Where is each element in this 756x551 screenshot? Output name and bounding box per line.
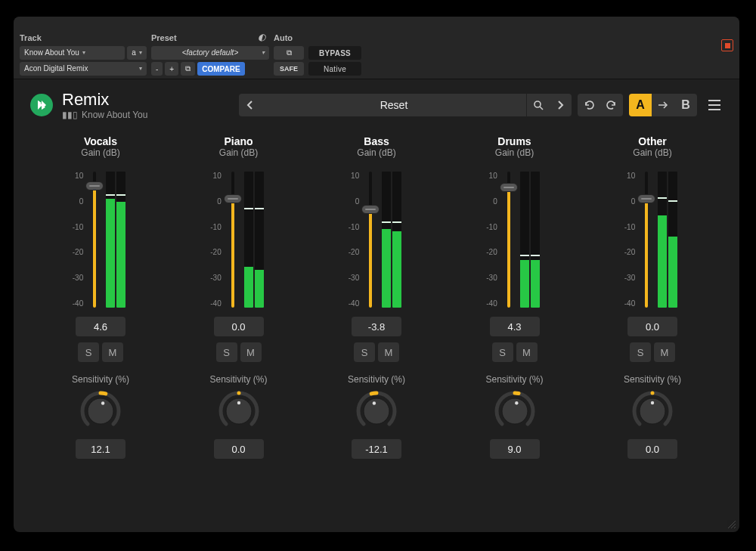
sensitivity-knob[interactable] xyxy=(79,389,122,433)
gain-value-input[interactable]: 4.6 xyxy=(76,317,125,336)
gain-value-input[interactable]: 0.0 xyxy=(627,317,677,336)
mute-button[interactable]: M xyxy=(378,342,399,362)
ab-compare-group: A B xyxy=(629,94,697,116)
sensitivity-knob[interactable] xyxy=(631,389,674,433)
resize-handle-icon[interactable] xyxy=(726,518,736,529)
level-meter xyxy=(382,172,404,308)
compare-button[interactable]: COMPARE xyxy=(197,62,244,76)
bypass-button[interactable]: BYPASS xyxy=(308,46,361,60)
channel-name: Piano xyxy=(224,135,253,147)
redo-icon[interactable] xyxy=(600,94,623,116)
sensitivity-value-input[interactable]: 9.0 xyxy=(490,439,540,459)
gain-fader[interactable] xyxy=(640,172,653,308)
channel-name: Vocals xyxy=(84,135,117,147)
channel-strip: Drums Gain (dB) 100-10-20-30-40 4.3 S M xyxy=(451,135,579,459)
sensitivity-knob[interactable] xyxy=(493,389,537,433)
host-toolbar: Track Know About You▾ a▾ Acon Digital Re… xyxy=(14,17,739,79)
channel-strips: Vocals Gain (dB) 100-10-20-30-40 4.6 S M xyxy=(14,129,739,465)
solo-button[interactable]: S xyxy=(630,342,651,362)
gain-value-input[interactable]: -3.8 xyxy=(352,317,401,336)
sensitivity-label: Sensitivity (%) xyxy=(209,374,267,385)
svg-line-1 xyxy=(540,107,543,110)
preset-prev-button[interactable]: - xyxy=(151,62,163,76)
sensitivity-knob[interactable] xyxy=(217,389,261,433)
gain-fader[interactable] xyxy=(88,172,101,308)
level-meter xyxy=(520,172,543,308)
safe-button[interactable]: SAFE xyxy=(274,62,304,76)
undo-icon[interactable] xyxy=(578,94,600,116)
host-preset-dropdown[interactable]: <factory default> ▾ ◐ xyxy=(151,46,269,60)
solo-button[interactable]: S xyxy=(492,342,513,362)
gain-label: Gain (dB) xyxy=(633,147,671,158)
mute-button[interactable]: M xyxy=(240,342,262,362)
gain-value-input[interactable]: 4.3 xyxy=(490,317,540,336)
plugin-title: Remix xyxy=(62,90,147,110)
sensitivity-knob[interactable] xyxy=(355,389,398,433)
sensitivity-label: Sensitivity (%) xyxy=(485,374,543,385)
plugin-header: Remix ▮▮▯ Know About You Reset xyxy=(14,79,739,129)
gain-value-input[interactable]: 0.0 xyxy=(214,317,264,336)
track-dropdown[interactable]: Know About You▾ xyxy=(20,46,125,60)
svg-point-10 xyxy=(515,401,518,404)
level-meter xyxy=(106,172,129,308)
plugin-select-dropdown[interactable]: Acon Digital Remix▾ xyxy=(20,62,147,76)
plugin-subtitle: Know About You xyxy=(82,110,147,120)
channel-strip: Piano Gain (dB) 100-10-20-30-40 0.0 S M xyxy=(175,135,303,459)
channel-strip: Vocals Gain (dB) 100-10-20-30-40 4.6 S M xyxy=(36,135,165,459)
svg-point-6 xyxy=(237,401,240,404)
scale-ticks: 100-10-20-30-40 xyxy=(210,172,221,308)
sensitivity-value-input[interactable]: -12.1 xyxy=(352,439,401,459)
svg-point-7 xyxy=(364,398,389,424)
svg-line-15 xyxy=(734,527,736,528)
preset-heading: Preset xyxy=(151,33,269,42)
menu-icon[interactable] xyxy=(703,94,726,116)
gain-label: Gain (dB) xyxy=(495,147,534,158)
mute-button[interactable]: M xyxy=(102,342,123,362)
gain-label: Gain (dB) xyxy=(81,147,119,158)
play-icon[interactable] xyxy=(30,94,53,116)
ab-slot-dropdown[interactable]: a▾ xyxy=(127,46,147,60)
track-name: Know About You xyxy=(24,49,79,57)
ab-copy-icon[interactable] xyxy=(652,94,674,116)
preset-copy-icon[interactable]: ⧉ xyxy=(181,62,195,76)
sensitivity-label: Sensitivity (%) xyxy=(348,374,405,385)
level-meter xyxy=(244,172,267,308)
scale-ticks: 100-10-20-30-40 xyxy=(624,172,635,308)
svg-point-12 xyxy=(651,401,654,404)
ab-a-button[interactable]: A xyxy=(629,94,652,116)
solo-button[interactable]: S xyxy=(354,342,375,362)
svg-point-9 xyxy=(502,398,528,424)
solo-button[interactable]: S xyxy=(78,342,99,362)
mute-button[interactable]: M xyxy=(516,342,538,362)
channel-name: Other xyxy=(638,135,666,147)
solo-button[interactable]: S xyxy=(216,342,237,362)
native-button[interactable]: Native xyxy=(308,62,361,76)
svg-point-8 xyxy=(373,401,376,404)
track-heading: Track xyxy=(20,33,147,42)
preset-search-icon[interactable] xyxy=(526,94,549,116)
svg-point-0 xyxy=(534,101,541,107)
sensitivity-label: Sensitivity (%) xyxy=(624,374,681,385)
gain-fader[interactable] xyxy=(502,172,516,308)
sensitivity-value-input[interactable]: 0.0 xyxy=(627,439,677,459)
preset-name-display[interactable]: Reset xyxy=(262,94,526,116)
preset-next-icon[interactable] xyxy=(549,94,572,116)
sensitivity-value-input[interactable]: 0.0 xyxy=(214,439,264,459)
gain-fader[interactable] xyxy=(226,172,240,308)
mute-button[interactable]: M xyxy=(654,342,675,362)
channel-name: Bass xyxy=(364,135,389,147)
auto-menu-icon[interactable]: ⧉ xyxy=(274,46,304,60)
gain-label: Gain (dB) xyxy=(219,147,258,158)
sensitivity-label: Sensitivity (%) xyxy=(72,374,129,385)
host-close-button[interactable] xyxy=(721,39,733,51)
sensitivity-value-input[interactable]: 12.1 xyxy=(76,439,125,459)
scale-ticks: 100-10-20-30-40 xyxy=(349,172,359,308)
gain-fader[interactable] xyxy=(364,172,377,308)
ab-b-button[interactable]: B xyxy=(674,94,697,116)
gain-label: Gain (dB) xyxy=(357,147,395,158)
svg-point-3 xyxy=(88,398,113,424)
preset-prev-icon[interactable] xyxy=(239,94,262,116)
preset-next-button[interactable]: + xyxy=(165,62,178,76)
channel-strip: Bass Gain (dB) 100-10-20-30-40 -3.8 S M xyxy=(312,135,441,459)
level-meter xyxy=(658,172,680,308)
